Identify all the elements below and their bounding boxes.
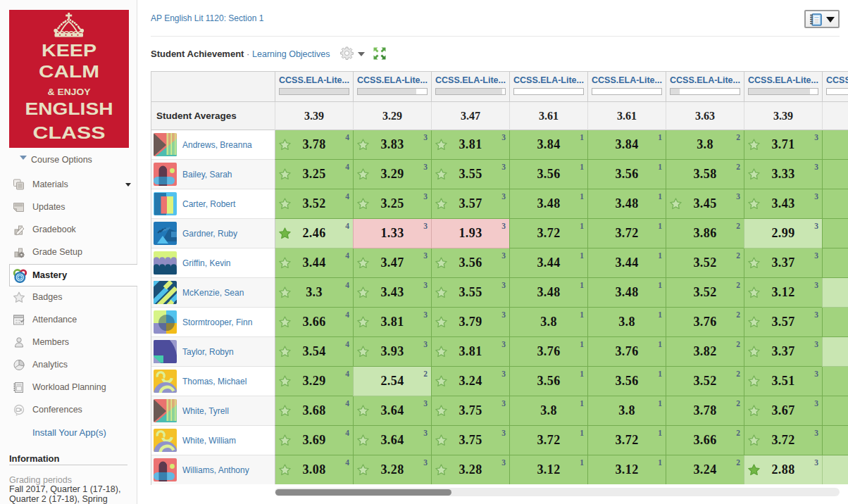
svg-text:KEEP: KEEP (42, 41, 96, 60)
svg-text:CLASS: CLASS (33, 123, 106, 142)
svg-text:CALM: CALM (39, 62, 99, 81)
svg-text:& ENJOY: & ENJOY (48, 87, 92, 97)
svg-text:ENGLISH: ENGLISH (25, 99, 113, 118)
